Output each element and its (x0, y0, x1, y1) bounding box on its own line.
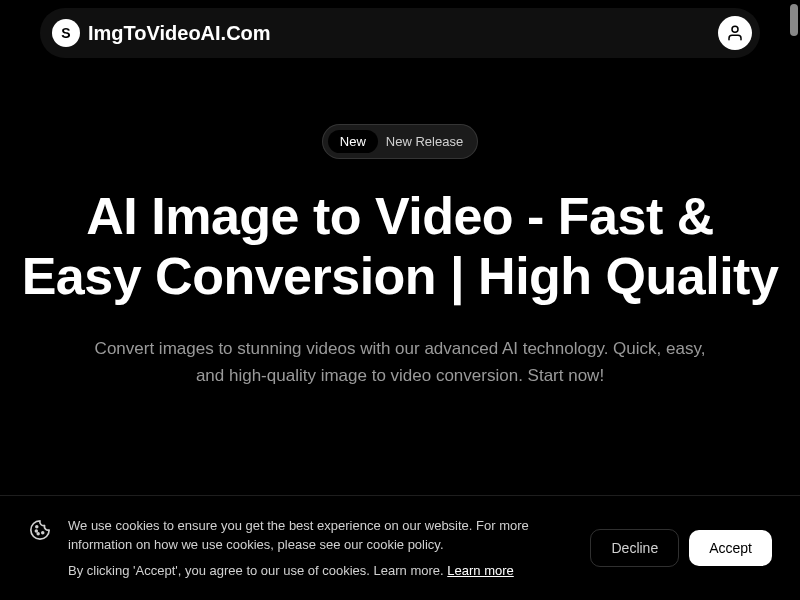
learn-more-link[interactable]: Learn more (447, 563, 513, 578)
scrollbar-thumb[interactable] (790, 4, 798, 36)
logo[interactable]: S ImgToVideoAI.Com (52, 19, 271, 47)
svg-point-1 (36, 525, 38, 527)
cookie-banner: We use cookies to ensure you get the bes… (0, 495, 800, 601)
header-bar: S ImgToVideoAI.Com (40, 8, 760, 58)
cookie-actions: Decline Accept (590, 529, 772, 567)
brand-name: ImgToVideoAI.Com (88, 22, 271, 45)
svg-point-2 (42, 531, 44, 533)
svg-point-0 (732, 26, 738, 32)
accept-button[interactable]: Accept (689, 530, 772, 566)
hero-section: New New Release AI Image to Video - Fast… (0, 100, 800, 389)
cookie-message: We use cookies to ensure you get the bes… (68, 516, 574, 581)
cookie-line2-prefix: By clicking 'Accept', you agree to our u… (68, 563, 447, 578)
page-subtitle: Convert images to stunning videos with o… (90, 335, 710, 389)
cookie-line2: By clicking 'Accept', you agree to our u… (68, 561, 574, 581)
badge-pill: New (328, 130, 378, 153)
page-title: AI Image to Video - Fast & Easy Conversi… (20, 187, 780, 307)
svg-point-3 (37, 532, 39, 534)
logo-icon: S (52, 19, 80, 47)
badge-text: New Release (386, 134, 463, 149)
decline-button[interactable]: Decline (590, 529, 679, 567)
user-button[interactable] (718, 16, 752, 50)
release-badge[interactable]: New New Release (322, 124, 478, 159)
cookie-line1: We use cookies to ensure you get the bes… (68, 516, 574, 555)
svg-point-4 (35, 530, 37, 532)
user-icon (726, 24, 744, 42)
cookie-icon (28, 518, 52, 542)
